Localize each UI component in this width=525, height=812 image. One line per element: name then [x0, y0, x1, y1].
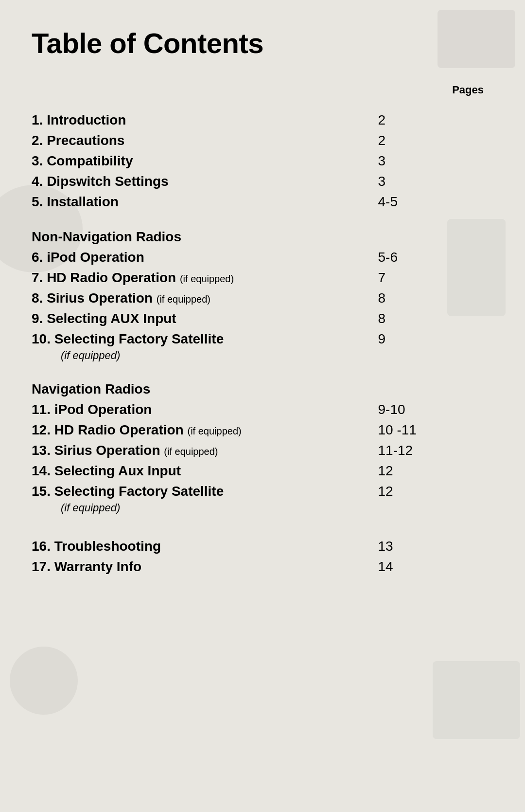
toc-row: 16. Troubleshooting 13 [32, 536, 493, 557]
pages-header-row: Pages [32, 84, 493, 100]
toc-row: 14. Selecting Aux Input 12 [32, 461, 493, 481]
toc-item-page: 14 [378, 559, 403, 574]
spacer-row [32, 517, 493, 536]
toc-item-label: 15. Selecting Factory Satellite [32, 484, 233, 499]
toc-row: 12. HD Radio Operation (if equipped) 10 … [32, 420, 493, 440]
toc-item-page: 11-12 [378, 443, 423, 458]
toc-row: 6. iPod Operation 5-6 [32, 247, 493, 268]
toc-row: 3. Compatibility 3 [32, 151, 493, 171]
toc-item-label: 7. HD Radio Operation (if equipped) [32, 270, 244, 285]
toc-table: Pages 1. Introduction 2 2. Precautions 2 [32, 84, 493, 577]
toc-item-page: 9-10 [378, 402, 415, 417]
toc-item-label: 12. HD Radio Operation (if equipped) [32, 422, 251, 437]
toc-item-page: 2 [378, 112, 396, 127]
toc-item-label: 11. iPod Operation [32, 402, 161, 417]
toc-item-page: 8 [378, 290, 396, 306]
sub-note: (if equipped) [61, 349, 120, 361]
toc-row: 10. Selecting Factory Satellite 9 [32, 329, 493, 349]
toc-row: 2. Precautions 2 [32, 130, 493, 151]
toc-item-page: 13 [378, 539, 403, 554]
toc-item-label: 10. Selecting Factory Satellite [32, 331, 233, 346]
sub-note-row: (if equipped) [32, 502, 493, 517]
toc-row: 9. Selecting AUX Input 8 [32, 308, 493, 329]
section-header: Navigation Radios [32, 381, 150, 397]
toc-item-label: 14. Selecting Aux Input [32, 463, 191, 478]
toc-item-label: 5. Installation [32, 194, 128, 209]
sub-note-row: (if equipped) [32, 349, 493, 364]
pages-column-header: Pages [378, 84, 494, 100]
toc-item-label: 3. Compatibility [32, 153, 142, 168]
sub-note: (if equipped) [61, 502, 120, 514]
section-header-row: Non-Navigation Radios [32, 212, 493, 247]
toc-item-page: 10 -11 [378, 422, 426, 437]
section-header: Non-Navigation Radios [32, 229, 181, 244]
toc-row: 7. HD Radio Operation (if equipped) 7 [32, 268, 493, 288]
toc-item-page: 2 [378, 133, 396, 148]
spacer-row [32, 100, 493, 110]
toc-item-page: 3 [378, 174, 396, 189]
section-header-row: Navigation Radios [32, 364, 493, 399]
toc-item-label: 4. Dipswitch Settings [32, 174, 178, 189]
page-title: Table of Contents [32, 27, 493, 59]
toc-item-label: 1. Introduction [32, 112, 136, 127]
toc-item-page: 9 [378, 331, 396, 346]
toc-item-page: 7 [378, 270, 396, 285]
toc-item-label: 9. Selecting AUX Input [32, 311, 186, 326]
toc-row: 11. iPod Operation 9-10 [32, 399, 493, 420]
toc-row: 1. Introduction 2 [32, 110, 493, 130]
toc-item-page: 8 [378, 311, 396, 326]
toc-row: 17. Warranty Info 14 [32, 557, 493, 577]
toc-item-label: 13. Sirius Operation (if equipped) [32, 443, 228, 458]
toc-row: 8. Sirius Operation (if equipped) 8 [32, 288, 493, 308]
toc-item-label: 2. Precautions [32, 133, 134, 148]
toc-row: 4. Dipswitch Settings 3 [32, 171, 493, 192]
toc-item-label: 16. Troubleshooting [32, 539, 171, 554]
toc-item-label: 6. iPod Operation [32, 250, 154, 265]
toc-item-label: 17. Warranty Info [32, 559, 151, 574]
toc-row: 15. Selecting Factory Satellite 12 [32, 481, 493, 502]
toc-item-page: 5-6 [378, 250, 407, 265]
toc-item-page: 3 [378, 153, 396, 168]
toc-item-page: 12 [378, 484, 403, 499]
toc-row: 13. Sirius Operation (if equipped) 11-12 [32, 440, 493, 461]
toc-item-page: 12 [378, 463, 403, 478]
toc-row: 5. Installation 4-5 [32, 192, 493, 212]
toc-item-label: 8. Sirius Operation (if equipped) [32, 290, 220, 306]
toc-item-page: 4-5 [378, 194, 407, 209]
